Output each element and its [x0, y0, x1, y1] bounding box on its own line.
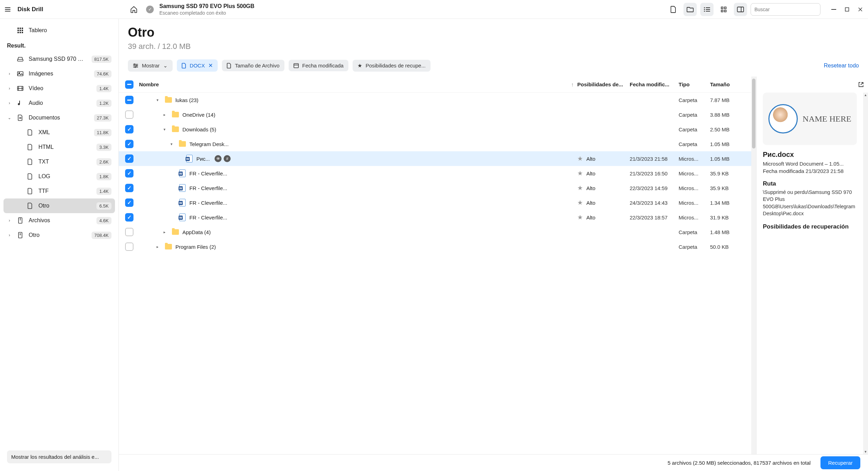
scroll-down-icon[interactable]: ▼ [863, 449, 868, 454]
search-box[interactable] [751, 3, 820, 16]
archive-icon [17, 217, 24, 224]
column-size[interactable]: Tamaño [710, 81, 745, 87]
file-size: 7.87 MB [710, 97, 745, 103]
sidebar-item-disk[interactable]: Samsung SSD 970 EV... 817.5K [3, 52, 115, 66]
view-list-button[interactable] [700, 3, 714, 16]
remove-filter-icon[interactable]: ✕ [208, 62, 213, 69]
folder-icon [172, 111, 179, 118]
row-checkbox[interactable] [125, 154, 133, 163]
sidebar-item-dashboard[interactable]: Tablero [3, 23, 115, 38]
window-maximize[interactable] [844, 6, 851, 13]
selection-status: 5 archivos (2.50 MB) seleccionados, 8175… [668, 460, 811, 466]
svg-rect-1 [706, 7, 710, 8]
sidebar-item-html[interactable]: HTML 3.3K [3, 140, 115, 154]
chevron-right-icon[interactable]: › [7, 218, 12, 223]
chevron-right-icon[interactable]: ▸ [164, 230, 168, 234]
sidebar-item-xml[interactable]: XML 11.8K [3, 125, 115, 140]
table-row[interactable]: ▸OneDrive (14)Carpeta3.88 MB [119, 107, 751, 122]
chevron-right-icon[interactable]: ▸ [157, 245, 161, 249]
sidebar-item-images[interactable]: › Imágenes 74.6K [3, 66, 115, 81]
table-row[interactable]: FR - Cleverfile...★Alto24/3/2023 14:43Mi… [119, 195, 751, 210]
row-checkbox[interactable] [125, 184, 133, 192]
view-grid-button[interactable] [717, 3, 730, 16]
svg-rect-21 [17, 30, 19, 31]
chevron-right-icon[interactable]: › [7, 101, 12, 106]
window-minimize[interactable] [830, 6, 837, 13]
preview-scrollbar[interactable]: ▲ ▼ [863, 93, 868, 454]
column-chance[interactable]: Posibilidades de... [577, 81, 630, 87]
chevron-down-icon[interactable]: ▾ [157, 98, 161, 102]
home-button[interactable] [127, 3, 140, 16]
filter-docx-chip[interactable]: DOCX ✕ [177, 59, 218, 72]
row-checkbox[interactable] [125, 96, 133, 104]
svg-rect-6 [721, 7, 723, 9]
folder-icon [172, 229, 179, 236]
preview-panel: NAME HERE Рис.docx Microsoft Word Docume… [756, 77, 868, 454]
table-row[interactable]: FR - Cleverfile...★Alto22/3/2023 14:59Mi… [119, 181, 751, 195]
column-date[interactable]: Fecha modific... [630, 81, 679, 87]
sidebar-item-audio[interactable]: › Audio 1.2K [3, 96, 115, 110]
svg-rect-20 [22, 28, 23, 29]
chevron-down-icon[interactable]: ▾ [164, 127, 168, 132]
table-scrollbar[interactable] [751, 77, 756, 454]
toggle-preview-button[interactable] [734, 3, 747, 16]
search-input[interactable] [754, 7, 816, 12]
file-name: Program Files (2) [175, 244, 216, 250]
table-row[interactable]: Рис...👁#★Alto21/3/2023 21:58Micros...1.0… [119, 151, 751, 166]
table-row[interactable]: ▾Downloads (5)Carpeta2.50 MB [119, 122, 751, 137]
sidebar-item-log[interactable]: LOG 1.8K [3, 169, 115, 184]
chevron-right-icon[interactable]: › [7, 71, 12, 76]
table-row[interactable]: ▸Program Files (2)Carpeta50.0 KB [119, 239, 751, 254]
chevron-down-icon[interactable]: ▾ [171, 142, 175, 146]
sidebar-item-txt[interactable]: TXT 2.6K [3, 154, 115, 169]
disk-name: Samsung SSD 970 EVO Plus 500GB [159, 3, 254, 9]
row-checkbox[interactable] [125, 242, 133, 251]
chevron-right-icon[interactable]: › [7, 233, 12, 238]
reset-filters-link[interactable]: Resetear todo [824, 63, 859, 69]
scroll-up-icon[interactable]: ▲ [863, 93, 868, 97]
file-icon [27, 159, 34, 165]
table-row[interactable]: ▸AppData (4)Carpeta1.48 MB [119, 225, 751, 239]
file-type: Micros... [679, 156, 710, 162]
sidebar-item-archives[interactable]: › Archivos 4.6K [3, 213, 115, 228]
table-row[interactable]: FR - Cleverfile...★Alto21/3/2023 16:50Mi… [119, 166, 751, 181]
filter-show-button[interactable]: Mostrar ⌄ [128, 60, 173, 72]
row-checkbox[interactable] [125, 228, 133, 236]
show-results-button[interactable]: Mostrar los resultados del análisis e... [7, 450, 111, 463]
column-name[interactable]: Nombre [139, 81, 159, 87]
chevron-right-icon[interactable]: ▸ [164, 113, 168, 117]
chevron-right-icon[interactable]: › [7, 86, 12, 91]
filter-chance-button[interactable]: ★ Posibilidades de recupe... [353, 60, 431, 72]
recover-button[interactable]: Recuperar [820, 456, 860, 469]
view-files-button[interactable] [667, 3, 680, 16]
file-date: 21/3/2023 21:58 [630, 156, 679, 162]
filter-date-button[interactable]: Fecha modificada [289, 60, 348, 71]
sort-asc-icon[interactable]: ↑ [571, 81, 574, 87]
window-close[interactable] [857, 6, 864, 13]
sidebar-item-documents[interactable]: ⌄ Documentos 27.3K [3, 110, 115, 125]
row-checkbox[interactable] [125, 198, 133, 207]
file-icon [27, 173, 34, 180]
chevron-down-icon[interactable]: ⌄ [7, 115, 12, 120]
column-type[interactable]: Tipo [679, 81, 710, 87]
filter-size-button[interactable]: Tamaño de Archivo [222, 60, 284, 71]
recovery-chance: Alto [586, 200, 595, 206]
row-checkbox[interactable] [125, 125, 133, 133]
table-row[interactable]: ▾Telegram Desk...Carpeta1.05 MB [119, 137, 751, 151]
sidebar-item-ttf[interactable]: TTF 1.4K [3, 184, 115, 198]
row-checkbox[interactable] [125, 140, 133, 148]
table-row[interactable]: ▾lukas (23)Carpeta7.87 MB [119, 93, 751, 107]
sidebar-item-video[interactable]: › Vídeo 1.4K [3, 81, 115, 96]
sidebar-item-other[interactable]: › Otro 708.4K [3, 228, 115, 242]
row-checkbox[interactable] [125, 169, 133, 177]
select-all-checkbox[interactable] [125, 80, 133, 89]
sidebar-item-otro-doc[interactable]: Otro 6.5K [3, 198, 115, 213]
table-row[interactable]: FR - Cleverfile...★Alto22/3/2023 18:57Mi… [119, 210, 751, 225]
file-size: 35.9 KB [710, 171, 745, 176]
row-checkbox[interactable] [125, 213, 133, 222]
open-external-button[interactable] [858, 82, 864, 87]
row-checkbox[interactable] [125, 110, 133, 119]
view-folders-button[interactable] [683, 3, 697, 16]
menu-toggle[interactable] [4, 7, 11, 12]
file-type: Carpeta [679, 112, 710, 118]
